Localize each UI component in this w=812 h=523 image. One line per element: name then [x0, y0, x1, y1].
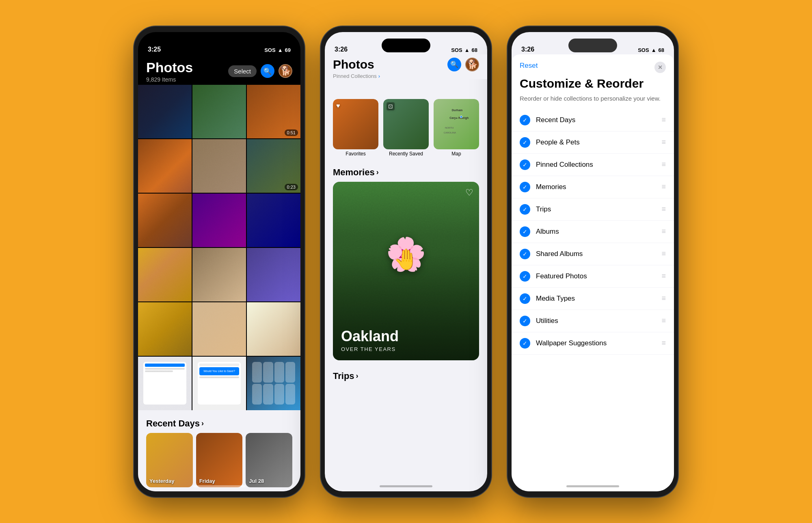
photo-cell-14[interactable] [192, 302, 246, 356]
list-item-utilities[interactable]: ✓ Utilities ≡ [512, 310, 674, 332]
battery-3: 68 [659, 47, 664, 53]
drag-handle-5[interactable]: ≡ [661, 205, 666, 213]
customize-description: Reorder or hide collections to personali… [512, 91, 674, 109]
pinned-recently-saved[interactable]: ⊡ Recently Saved [383, 99, 429, 157]
recent-days-thumbs: Yesterday Friday Jul 28 [138, 433, 300, 491]
wifi-icon-1: ▲ [278, 47, 283, 53]
pinned-map[interactable]: Durham Cary● Raleigh NORTH CAROLINA Map [434, 99, 479, 157]
list-item-pinned-collections[interactable]: ✓ Pinned Collections ≡ [512, 154, 674, 176]
photo-cell-10[interactable] [138, 248, 192, 301]
pinned-grid: ♥ Favorites ⊡ Recently Saved Durham [325, 95, 487, 161]
photo-cell-5[interactable] [192, 139, 246, 193]
memories-section: 🌸 🤚 ♡ Oakland OVER THE YEARS [325, 182, 487, 360]
check-people-pets: ✓ [520, 137, 530, 148]
check-media-types: ✓ [520, 293, 530, 304]
photo-cell-12[interactable] [247, 248, 300, 301]
grid-section-1: 0:51 0:23 [138, 85, 300, 356]
reset-button[interactable]: Reset [520, 62, 538, 70]
time-3: 3:26 [521, 46, 534, 53]
list-item-albums[interactable]: ✓ Albums ≡ [512, 221, 674, 243]
check-icon-10: ✓ [523, 318, 527, 324]
drag-handle-6[interactable]: ≡ [661, 227, 666, 236]
customize-card: Reset ✕ Customize & Reorder Reorder or h… [512, 54, 674, 491]
drag-handle-9[interactable]: ≡ [661, 294, 666, 303]
check-icon-1: ✓ [523, 117, 527, 123]
avatar-2[interactable]: 🐕 [465, 58, 479, 71]
close-button[interactable]: ✕ [654, 62, 666, 73]
item-label-media-types: Media Types [536, 295, 656, 303]
screenshot-3[interactable] [247, 357, 300, 410]
video-duration-1: 0:51 [285, 129, 298, 136]
photo-cell-3[interactable]: 0:51 [247, 85, 300, 138]
customize-list: ✓ Recent Days ≡ ✓ People & Pets ≡ ✓ [512, 109, 674, 355]
pinned-favorites[interactable]: ♥ Favorites [333, 99, 378, 157]
screenshot-2[interactable]: Would You Like to Save? [192, 357, 246, 410]
status-icons-2: SOS ▲ 68 [451, 47, 477, 53]
check-icon-9: ✓ [523, 295, 527, 302]
list-item-recent-days[interactable]: ✓ Recent Days ≡ [512, 109, 674, 131]
list-item-media-types[interactable]: ✓ Media Types ≡ [512, 288, 674, 310]
check-icon-5: ✓ [523, 206, 527, 213]
avatar[interactable]: 🐕 [279, 64, 292, 78]
item-label-recent-days: Recent Days [536, 116, 656, 124]
select-button[interactable]: Select [228, 65, 257, 77]
photo-cell-7[interactable] [138, 194, 192, 247]
close-icon: ✕ [658, 64, 663, 71]
avatar-icon: 🐕 [280, 66, 291, 76]
pinned-collections-row[interactable]: Pinned Collections › [333, 71, 479, 79]
drag-handle-3[interactable]: ≡ [661, 160, 666, 169]
collections-title: Photos [333, 58, 374, 71]
drag-handle-1[interactable]: ≡ [661, 116, 666, 124]
list-item-people-pets[interactable]: ✓ People & Pets ≡ [512, 131, 674, 154]
memories-header[interactable]: Memories › [325, 161, 487, 182]
list-item-trips[interactable]: ✓ Trips ≡ [512, 198, 674, 221]
heart-icon: ♥ [336, 102, 340, 110]
recently-saved-thumb: ⊡ [383, 99, 429, 149]
trips-title: Trips [333, 371, 354, 381]
wifi-icon-2: ▲ [464, 47, 470, 53]
photo-cell-1[interactable] [138, 85, 192, 138]
drag-handle-7[interactable]: ≡ [661, 250, 666, 258]
recent-days-header[interactable]: Recent Days › [138, 412, 300, 433]
trips-header[interactable]: Trips › [333, 364, 479, 385]
photos-title: Photos [146, 60, 193, 75]
recent-days-title: Recent Days [146, 418, 200, 429]
photo-cell-11[interactable] [192, 248, 246, 301]
drag-handle-8[interactable]: ≡ [661, 272, 666, 280]
phone-1: 3:25 SOS ▲ 69 Photos 9,829 Items Select … [134, 26, 304, 497]
photo-cell-8[interactable] [192, 194, 246, 247]
screenshot-1[interactable] [138, 357, 192, 410]
drag-handle-10[interactable]: ≡ [661, 316, 666, 325]
list-item-featured-photos[interactable]: ✓ Featured Photos ≡ [512, 265, 674, 288]
list-item-shared-albums[interactable]: ✓ Shared Albums ≡ [512, 243, 674, 265]
drag-handle-2[interactable]: ≡ [661, 138, 666, 146]
drag-handle-4[interactable]: ≡ [661, 183, 666, 191]
item-label-shared-albums: Shared Albums [536, 250, 656, 258]
item-label-wallpaper: Wallpaper Suggestions [536, 339, 656, 347]
photo-cell-13[interactable] [138, 302, 192, 356]
search-button-2[interactable]: 🔍 [447, 58, 461, 71]
list-item-wallpaper[interactable]: ✓ Wallpaper Suggestions ≡ [512, 332, 674, 355]
list-item-memories[interactable]: ✓ Memories ≡ [512, 176, 674, 198]
thumb-jul28[interactable]: Jul 28 [246, 433, 292, 488]
customize-title: Customize & Reorder [512, 76, 674, 91]
item-label-pinned: Pinned Collections [536, 161, 656, 169]
trips-chevron: › [356, 372, 358, 380]
memories-card[interactable]: 🌸 🤚 ♡ Oakland OVER THE YEARS [333, 182, 479, 360]
sos-label-1: SOS [264, 47, 275, 53]
thumb-label-friday: Friday [199, 478, 215, 484]
time-1: 3:25 [148, 46, 161, 53]
home-indicator-2 [380, 485, 432, 487]
photo-cell-15[interactable] [247, 302, 300, 356]
drag-handle-11[interactable]: ≡ [661, 339, 666, 347]
memories-title: Memories [333, 167, 375, 178]
photo-cell-4[interactable] [138, 139, 192, 193]
photo-cell-6[interactable]: 0:23 [247, 139, 300, 193]
check-trips: ✓ [520, 204, 530, 215]
search-button[interactable]: 🔍 [261, 64, 274, 78]
photo-cell-2[interactable] [192, 85, 246, 138]
thumb-yesterday[interactable]: Yesterday [146, 433, 193, 488]
photo-cell-9[interactable] [247, 194, 300, 247]
map-label: Map [434, 151, 479, 157]
thumb-friday[interactable]: Friday [196, 433, 243, 488]
